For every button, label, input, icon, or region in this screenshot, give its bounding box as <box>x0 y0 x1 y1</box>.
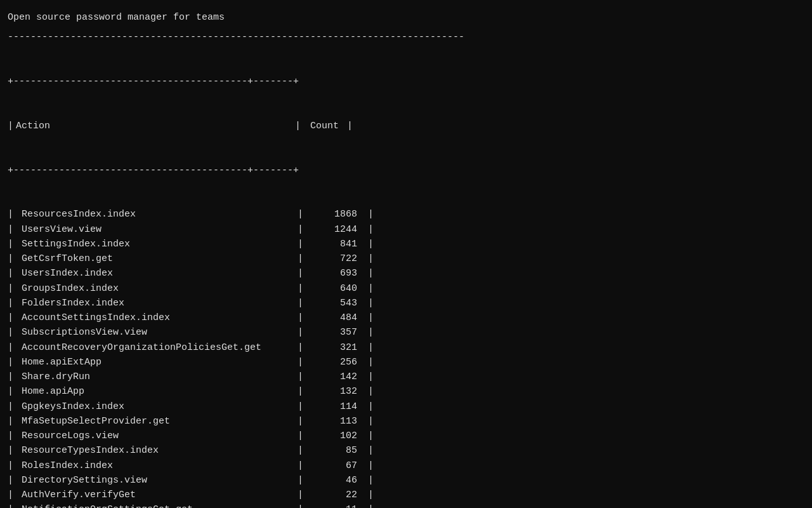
pipe-mid: | <box>298 502 309 508</box>
table-row: | ResourceTypesIndex.index| 85 | <box>8 443 804 458</box>
pipe-right: | <box>362 325 374 340</box>
pipe-mid: | <box>298 237 309 251</box>
pipe-right: | <box>362 384 374 399</box>
pipe-right: | <box>362 281 374 296</box>
action-cell: GroupsIndex.index <box>22 281 298 296</box>
pipe-left: | <box>8 443 19 458</box>
pipe-left: | <box>8 370 19 384</box>
col-action-header: Action <box>16 119 295 133</box>
table-row: | GpgkeysIndex.index| 114 | <box>8 399 804 414</box>
action-cell: ResourceLogs.view <box>22 429 298 443</box>
table-row: | SettingsIndex.index| 841 | <box>8 237 804 251</box>
count-cell: 484 <box>311 311 362 325</box>
action-cell: AuthVerify.verifyGet <box>22 488 298 502</box>
pipe-mid: | <box>298 325 309 340</box>
pipe-right: | <box>362 207 374 222</box>
count-cell: 67 <box>311 458 362 473</box>
pipe-right: | <box>362 502 374 508</box>
pipe-left: | <box>8 325 19 340</box>
pipe-left: | <box>8 251 19 266</box>
table-top-border: +---------------------------------------… <box>8 74 804 89</box>
pipe-mid: | <box>298 340 309 355</box>
count-cell: 85 <box>311 443 362 458</box>
pipe-left: | <box>8 355 19 370</box>
table-header: | Action | Count | <box>8 119 804 133</box>
pipe-mid: | <box>298 443 309 458</box>
count-cell: 11 <box>311 502 362 508</box>
count-cell: 256 <box>311 355 362 370</box>
pipe-left: | <box>8 399 19 414</box>
action-cell: UsersIndex.index <box>22 266 298 281</box>
pipe-right: | <box>362 340 374 355</box>
table-row: | MfaSetupSelectProvider.get| 113 | <box>8 414 804 429</box>
pipe-right: | <box>362 251 374 266</box>
pipe-right: | <box>362 399 374 414</box>
action-cell: ResourceTypesIndex.index <box>22 443 298 458</box>
count-cell: 22 <box>311 488 362 502</box>
col-count-header: Count <box>303 119 341 133</box>
pipe-mid: | <box>298 399 309 414</box>
table-row: | Home.apiExtApp| 256 | <box>8 355 804 370</box>
table-row: | ResourceLogs.view| 102 | <box>8 429 804 443</box>
pipe-left: | <box>8 222 19 237</box>
action-cell: AccountRecoveryOrganizationPoliciesGet.g… <box>22 340 298 355</box>
pipe-left: | <box>8 384 19 399</box>
pipe-mid: | <box>298 207 309 222</box>
table-row: | RolesIndex.index| 67 | <box>8 458 804 473</box>
pipe-mid: | <box>298 251 309 266</box>
pipe-right: | <box>362 473 374 488</box>
pipe-left: | <box>8 296 19 311</box>
pipe-mid: | <box>298 488 309 502</box>
pipe-mid: | <box>298 281 309 296</box>
pipe-right: | <box>362 458 374 473</box>
count-cell: 1868 <box>311 207 362 222</box>
pipe-left-header: | <box>8 119 13 133</box>
pipe-right-header: | <box>341 119 353 133</box>
count-cell: 321 <box>311 340 362 355</box>
action-cell: UsersView.view <box>22 222 298 237</box>
action-cell: Home.apiExtApp <box>22 355 298 370</box>
table-container: +---------------------------------------… <box>8 45 804 509</box>
pipe-mid: | <box>298 458 309 473</box>
pipe-right: | <box>362 222 374 237</box>
table-row: | FoldersIndex.index| 543 | <box>8 296 804 311</box>
pipe-mid: | <box>298 384 309 399</box>
table-row: | UsersIndex.index| 693 | <box>8 266 804 281</box>
pipe-left: | <box>8 340 19 355</box>
pipe-left: | <box>8 311 19 325</box>
pipe-right: | <box>362 414 374 429</box>
action-cell: GetCsrfToken.get <box>22 251 298 266</box>
count-cell: 841 <box>311 237 362 251</box>
pipe-left: | <box>8 414 19 429</box>
action-cell: SubscriptionsView.view <box>22 325 298 340</box>
pipe-right: | <box>362 266 374 281</box>
action-cell: RolesIndex.index <box>22 458 298 473</box>
pipe-right: | <box>362 355 374 370</box>
count-cell: 640 <box>311 281 362 296</box>
table-row: | AccountSettingsIndex.index| 484 | <box>8 311 804 325</box>
terminal-window: Open source password manager for teams -… <box>8 10 804 508</box>
pipe-left: | <box>8 473 19 488</box>
action-cell: NotificationOrgSettingsGet.get <box>22 502 298 508</box>
action-cell: Share.dryRun <box>22 370 298 384</box>
pipe-right: | <box>362 296 374 311</box>
action-cell: ResourcesIndex.index <box>22 207 298 222</box>
pipe-mid: | <box>298 355 309 370</box>
count-cell: 102 <box>311 429 362 443</box>
table-row: | Share.dryRun| 142 | <box>8 370 804 384</box>
table-row: | AuthVerify.verifyGet| 22 | <box>8 488 804 502</box>
action-cell: DirectorySettings.view <box>22 473 298 488</box>
count-cell: 357 <box>311 325 362 340</box>
pipe-left: | <box>8 207 19 222</box>
pipe-left: | <box>8 266 19 281</box>
pipe-mid: | <box>298 429 309 443</box>
action-cell: SettingsIndex.index <box>22 237 298 251</box>
pipe-right: | <box>362 443 374 458</box>
count-cell: 543 <box>311 296 362 311</box>
action-cell: GpgkeysIndex.index <box>22 399 298 414</box>
pipe-mid-header: | <box>295 119 301 133</box>
pipe-right: | <box>362 488 374 502</box>
action-cell: MfaSetupSelectProvider.get <box>22 414 298 429</box>
pipe-left: | <box>8 429 19 443</box>
pipe-mid: | <box>298 296 309 311</box>
